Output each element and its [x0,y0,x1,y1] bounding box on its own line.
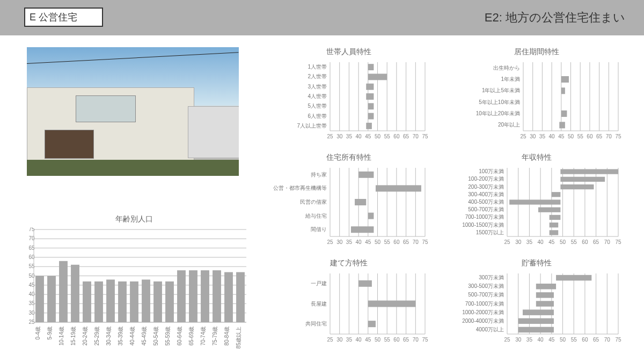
bar [550,215,561,220]
bar [368,213,374,219]
bar [559,122,565,128]
svg-text:20-24歳: 20-24歳 [82,327,88,346]
svg-text:200-300万未満: 200-300万未満 [468,184,504,190]
chart-title: 貯蓄特性 [451,258,623,268]
bar [94,281,103,322]
svg-text:40: 40 [356,239,362,245]
grass-decoration [27,160,239,176]
bar [236,272,245,322]
svg-text:65: 65 [593,337,599,343]
chart-svg: 2530354045505560657075一戸建長屋建共同住宅 [268,271,429,349]
svg-text:75: 75 [615,239,621,245]
svg-text:50: 50 [375,239,381,245]
svg-text:65: 65 [403,134,409,139]
page: E 公営住宅 E2: 地方の公営住宅住まい 年齢別人口 253035404550… [0,0,644,363]
svg-text:40: 40 [356,134,362,139]
svg-text:55-59歳: 55-59歳 [165,327,171,346]
chart-title: 世帯人員特性 [268,47,429,57]
page-subtitle: E2: 地方の公営住宅住まい [485,10,625,26]
svg-text:60: 60 [582,239,588,245]
svg-text:35: 35 [346,337,353,343]
svg-text:70: 70 [604,239,611,245]
bar [518,327,554,332]
svg-text:35: 35 [526,337,533,343]
svg-text:4000万以上: 4000万以上 [476,327,504,332]
svg-text:500-700万未満: 500-700万未満 [468,206,504,212]
svg-text:25: 25 [504,337,510,343]
svg-text:1年未満: 1年未満 [501,76,520,82]
bar [523,309,554,315]
svg-text:70: 70 [413,134,419,139]
chart-household: 世帯人員特性 25303540455055606570751人世帯2人世帯3人世… [268,47,429,146]
title-box: E 公営住宅 [24,8,103,27]
svg-text:40: 40 [356,337,362,343]
svg-text:55: 55 [384,337,391,343]
svg-text:5-9歳: 5-9歳 [47,327,53,339]
chart-svg: 2530354045505560657075300万未満300-500万未満50… [451,271,623,349]
bar [71,265,79,322]
bar [561,110,567,117]
bar [368,113,374,120]
bar [213,270,221,322]
svg-text:70: 70 [604,337,611,343]
svg-text:35: 35 [346,134,353,139]
svg-text:25: 25 [327,239,333,245]
bar [536,284,556,289]
bar [118,281,127,322]
chart-buildtype: 建て方特性 2530354045505560657075一戸建長屋建共同住宅 [268,258,429,350]
bar [550,230,559,235]
svg-text:10年以上20年未満: 10年以上20年未満 [476,110,520,116]
svg-text:45: 45 [548,337,555,343]
svg-text:民営の借家: 民営の借家 [300,199,327,205]
svg-text:4人世帯: 4人世帯 [308,93,327,99]
svg-text:55: 55 [384,134,391,139]
bar [165,281,174,322]
bar [351,226,374,233]
bar [561,76,569,83]
svg-text:300-500万未満: 300-500万未満 [468,283,504,289]
svg-text:55: 55 [571,337,577,343]
bar [130,281,138,322]
svg-text:25-29歳: 25-29歳 [94,327,100,346]
svg-text:共同住宅: 共同住宅 [305,321,327,327]
svg-text:300万未満: 300万未満 [479,275,504,280]
svg-text:55: 55 [384,239,391,245]
svg-text:1人世帯: 1人世帯 [308,64,327,70]
bar [560,177,605,182]
chart-svg: 2530354045505560657075持ち家公営・都市再生機構等民営の借家… [268,166,429,251]
svg-text:25: 25 [520,134,526,139]
building-main [27,87,194,164]
svg-text:700-1000万未満: 700-1000万未満 [465,301,504,307]
chart-svg: 2530354045505560657075100万未満100-200万未満20… [451,166,623,251]
svg-text:15-19歳: 15-19歳 [70,327,76,346]
chart-savings: 貯蓄特性 2530354045505560657075300万未満300-500… [451,258,623,350]
svg-text:40: 40 [549,134,555,139]
svg-text:30: 30 [530,134,536,139]
bar [538,208,560,212]
svg-text:45: 45 [548,239,555,245]
svg-text:6人世帯: 6人世帯 [308,113,327,119]
svg-text:50: 50 [560,239,566,245]
svg-text:長屋建: 長屋建 [311,301,327,307]
svg-text:65: 65 [596,134,603,139]
chart-svg: 25303540455055606570751人世帯2人世帯3人世帯4人世帯5人… [268,60,429,146]
svg-text:0-4歳: 0-4歳 [35,327,41,339]
bar [376,185,421,191]
svg-text:65: 65 [403,239,409,245]
bar [83,281,91,322]
svg-text:30: 30 [515,337,522,343]
svg-text:70: 70 [413,337,419,343]
svg-text:30: 30 [336,134,343,139]
svg-text:100万未満: 100万未満 [479,168,504,174]
bar [368,103,374,109]
photo-public-housing [27,47,239,176]
svg-text:60: 60 [582,337,588,343]
svg-text:45: 45 [558,134,565,139]
svg-text:35: 35 [346,239,353,245]
svg-text:75: 75 [615,337,621,343]
chart-ownership: 住宅所有特性 2530354045505560657075持ち家公営・都市再生機… [268,153,429,252]
svg-text:700-1000万未満: 700-1000万未満 [465,214,504,220]
svg-text:出生時から: 出生時から [493,65,520,71]
bar [189,270,197,322]
svg-text:70-74歳: 70-74歳 [200,327,206,346]
